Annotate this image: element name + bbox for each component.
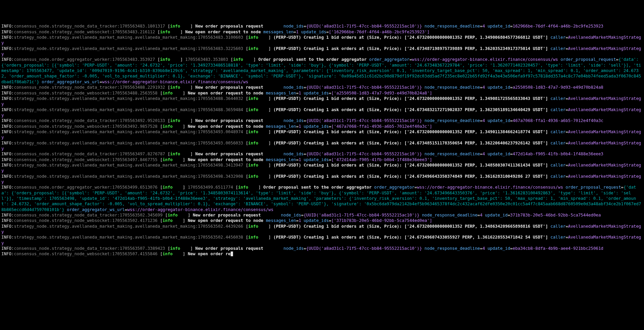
log-line: INFO:consensus_node.strategy_node_data_t… — [1, 246, 643, 251]
log-line: INFO:consensus_node.order_aggregator_wor… — [1, 185, 643, 212]
text-cursor — [231, 251, 233, 256]
log-line: INFO:consensus_node.strategy_node_data_t… — [1, 151, 643, 157]
log-line: INFO:consensus_node.strategy_node_data_t… — [1, 212, 643, 218]
log-line: INFO:strategy_node.strategy.avellaneda_m… — [1, 224, 643, 235]
log-line: INFO:strategy_node.strategy.avellaneda_m… — [1, 174, 643, 185]
log-line: INFO:consensus_node.strategy_node_websoc… — [1, 90, 643, 96]
log-line: INFO:consensus_node.strategy_node_websoc… — [1, 124, 643, 129]
log-line: INFO:strategy_node.strategy.avellaneda_m… — [1, 96, 643, 107]
log-line: INFO:strategy_node.strategy.avellaneda_m… — [1, 107, 643, 118]
log-output: INFO:consensus_node.strategy_node_data_t… — [1, 23, 643, 257]
log-line: INFO:consensus_node.strategy_node_data_t… — [1, 85, 643, 90]
log-line: INFO:strategy_node.strategy.avellaneda_m… — [1, 162, 643, 174]
log-line: INFO:strategy_node.strategy.avellaneda_m… — [1, 235, 643, 246]
log-line: INFO:strategy_node.strategy.avellaneda_m… — [1, 140, 643, 152]
log-line: INFO:strategy_node.strategy.avellaneda_m… — [1, 35, 643, 46]
log-line: INFO:consensus_node.strategy_node_websoc… — [1, 218, 643, 223]
log-line: INFO:strategy_node.strategy.avellaneda_m… — [1, 46, 643, 57]
log-line: INFO:consensus_node.strategy_node_websoc… — [1, 251, 643, 257]
log-line: INFO:consensus_node.strategy_node_data_t… — [1, 23, 643, 29]
log-line: INFO:consensus_node.order_aggregator_wor… — [1, 57, 643, 85]
log-line: INFO:consensus_node.strategy_node_websoc… — [1, 29, 643, 35]
log-line: INFO:strategy_node.strategy.avellaneda_m… — [1, 129, 643, 140]
log-line: INFO:consensus_node.strategy_node_websoc… — [1, 157, 643, 162]
log-line: INFO:consensus_node.strategy_node_data_t… — [1, 118, 643, 123]
